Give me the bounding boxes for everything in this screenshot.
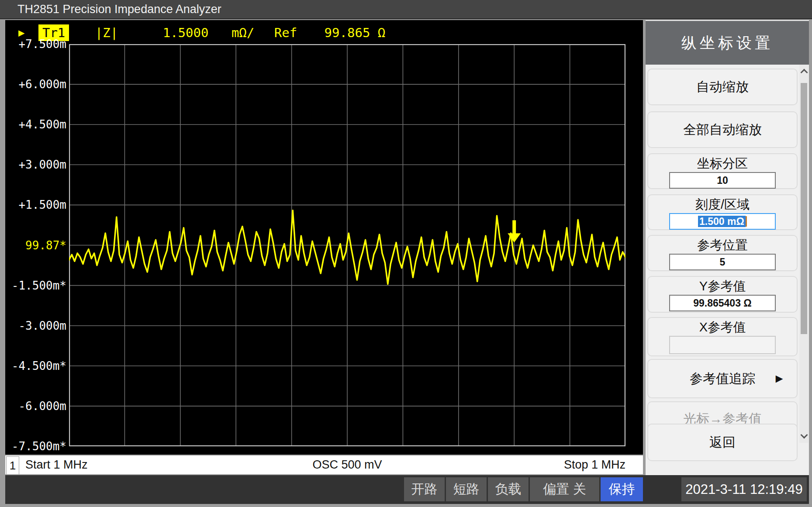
y-axis-label: +7.500m xyxy=(5,37,68,52)
trace-header: ▶ Tr1 |Z| 1.5000 mΩ/ Ref 99.865 Ω xyxy=(18,24,385,41)
trace-parameter: |Z| xyxy=(95,24,118,41)
y-axis-label: -7.500m* xyxy=(5,439,68,454)
divisions-input[interactable]: 10 xyxy=(669,172,776,189)
reference-position-label: 参考位置 xyxy=(697,237,748,253)
submenu-arrow-icon: ► xyxy=(773,372,785,386)
reference-tracking-button[interactable]: 参考值追踪 ► xyxy=(647,359,798,398)
bottom-bar-button-0[interactable]: 开路 xyxy=(404,477,445,501)
reference-position-input[interactable]: 5 xyxy=(669,254,776,270)
scale-per-div-group: 刻度/区域 1.500 mΩ xyxy=(647,194,798,230)
reference-tracking-label: 参考值追踪 xyxy=(690,370,755,388)
y-axis-label: -1.500m* xyxy=(5,279,68,293)
scroll-up-icon[interactable] xyxy=(801,69,808,76)
return-button[interactable]: 返回 xyxy=(647,424,798,461)
sidebar-scrollbar[interactable] xyxy=(799,65,809,443)
divisions-label: 坐标分区 xyxy=(697,155,748,171)
page-title: TH2851 Precision Impedance Analyzer xyxy=(17,0,221,18)
datetime-display: 2021-3-11 12:19:49 xyxy=(681,477,807,501)
bottom-bar-button-3[interactable]: 偏置 关 xyxy=(530,477,599,501)
bottom-bar: 开路短路负载偏置 关保持 2021-3-11 12:19:49 xyxy=(5,475,809,504)
x-reference-input xyxy=(669,336,776,354)
softkey-sidebar: 纵坐标设置 自动缩放 全部自动缩放 坐标分区 10 刻度/区域 1.500 mΩ… xyxy=(646,20,809,475)
sidebar-title: 纵坐标设置 xyxy=(646,21,809,65)
y-reference-label: Y参考值 xyxy=(699,278,746,294)
y-axis-reference-label: 99.87* xyxy=(5,238,68,253)
plot-area xyxy=(69,44,625,446)
trace-scale-value: 1.5000 xyxy=(163,24,209,41)
y-axis-label: -6.000m xyxy=(5,399,68,414)
bottom-bar-button-4[interactable]: 保持 xyxy=(601,477,643,501)
y-axis-label: +6.000m xyxy=(5,77,68,92)
trace-scale-unit: mΩ/ xyxy=(232,24,254,41)
bottom-bar-button-2[interactable]: 负载 xyxy=(488,477,529,501)
y-axis-label: +4.500m xyxy=(5,117,68,132)
analyzer-window: TH2851 Precision Impedance Analyzer ▶ Tr… xyxy=(0,0,812,507)
chart-panel: ▶ Tr1 |Z| 1.5000 mΩ/ Ref 99.865 Ω +7.500… xyxy=(5,20,643,455)
y-reference-group: Y参考值 99.865403 Ω xyxy=(647,276,798,313)
autoscale-all-button[interactable]: 全部自动缩放 xyxy=(647,111,798,148)
sweep-status-strip: 1 Start 1 MHz OSC 500 mV Stop 1 MHz xyxy=(5,455,643,474)
autoscale-button[interactable]: 自动缩放 xyxy=(647,69,798,105)
scrollbar-thumb[interactable] xyxy=(801,83,807,334)
title-bar: TH2851 Precision Impedance Analyzer xyxy=(0,0,812,19)
y-axis-label: -3.000m xyxy=(5,319,68,333)
y-axis-label: +3.000m xyxy=(5,158,68,172)
osc-level-label: OSC 500 mV xyxy=(69,455,625,474)
y-reference-input[interactable]: 99.865403 Ω xyxy=(669,295,776,311)
trace-ref-label: Ref xyxy=(274,24,297,41)
bottom-bar-button-1[interactable]: 短路 xyxy=(446,477,487,501)
scroll-down-icon[interactable] xyxy=(801,431,808,439)
sweep-stop-label: Stop 1 MHz xyxy=(564,455,625,474)
grid-svg xyxy=(69,44,625,446)
trace-ref-value: 99.865 Ω xyxy=(325,24,386,41)
scale-per-div-label: 刻度/区域 xyxy=(695,197,750,212)
channel-tab[interactable]: 1 xyxy=(6,456,19,474)
x-reference-label: X参考值 xyxy=(699,319,746,335)
scale-per-div-input[interactable]: 1.500 mΩ xyxy=(669,213,776,230)
divisions-group: 坐标分区 10 xyxy=(647,153,798,189)
selected-text: 1.500 mΩ xyxy=(698,216,746,227)
y-axis-label: +1.500m xyxy=(5,198,68,212)
x-reference-group: X参考值 xyxy=(647,317,798,356)
reference-position-group: 参考位置 5 xyxy=(647,235,798,271)
y-axis-label: -4.500m* xyxy=(5,359,68,373)
text-caret xyxy=(746,216,747,227)
